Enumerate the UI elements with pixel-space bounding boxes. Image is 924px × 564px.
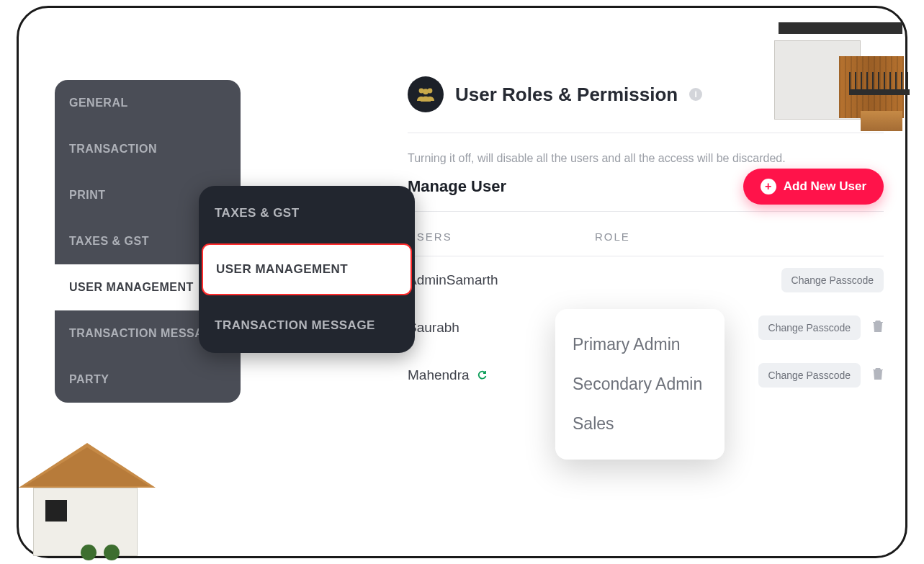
role-option-secondary-admin[interactable]: Secondary Admin bbox=[573, 364, 707, 404]
submenu-item-label: TAXES & GST bbox=[215, 206, 300, 220]
user-table-header: USERS ROLE bbox=[408, 205, 884, 256]
svg-point-2 bbox=[423, 89, 429, 94]
sidebar-item-label: PRINT bbox=[69, 189, 106, 201]
sidebar-item-label: TRANSACTION bbox=[69, 143, 157, 155]
manage-user-header: Manage User + Add New User bbox=[408, 166, 884, 205]
submenu-item-label: USER MANAGEMENT bbox=[216, 262, 348, 276]
change-passcode-button[interactable]: Change Passcode bbox=[758, 363, 861, 388]
submenu-item-user-management[interactable]: USER MANAGEMENT bbox=[202, 243, 412, 295]
change-passcode-button[interactable]: Change Passcode bbox=[781, 268, 884, 292]
user-name: AdminSamarth bbox=[408, 272, 595, 288]
sidebar-item-label: USER MANAGEMENT bbox=[69, 281, 194, 293]
sidebar-item-label: TAXES & GST bbox=[69, 235, 149, 247]
user-actions: Change Passcode bbox=[781, 268, 884, 292]
column-header-users: USERS bbox=[408, 230, 595, 243]
manage-user-title: Manage User bbox=[408, 177, 506, 196]
sidebar-item-general[interactable]: GENERAL bbox=[55, 80, 241, 126]
main-frame: GENERAL TRANSACTION PRINT TAXES & GST US… bbox=[17, 6, 907, 558]
submenu-item-taxes-gst[interactable]: TAXES & GST bbox=[199, 186, 415, 241]
user-actions: Change Passcode bbox=[758, 363, 884, 388]
settings-submenu: TAXES & GST USER MANAGEMENT TRANSACTION … bbox=[199, 186, 415, 353]
plus-icon: + bbox=[761, 179, 776, 194]
decorative-house-image bbox=[12, 426, 159, 563]
change-passcode-button[interactable]: Change Passcode bbox=[758, 315, 861, 340]
submenu-item-label: TRANSACTION MESSAGE bbox=[215, 318, 375, 332]
users-icon bbox=[408, 76, 444, 112]
submenu-item-transaction-message[interactable]: TRANSACTION MESSAGE bbox=[199, 298, 415, 353]
section-title: User Roles & Permission bbox=[455, 84, 678, 106]
sync-icon bbox=[477, 370, 487, 382]
role-dropdown: Primary Admin Secondary Admin Sales bbox=[555, 309, 725, 460]
sidebar-item-label: PARTY bbox=[69, 373, 109, 385]
user-row: AdminSamarth Change Passcode bbox=[408, 256, 884, 304]
user-actions: Change Passcode bbox=[758, 315, 884, 340]
role-option-primary-admin[interactable]: Primary Admin bbox=[573, 325, 707, 364]
decorative-house-image bbox=[768, 1, 912, 134]
delete-icon[interactable] bbox=[872, 320, 884, 336]
column-header-role: ROLE bbox=[595, 230, 884, 243]
add-user-label: Add New User bbox=[784, 179, 866, 194]
sidebar-item-label: GENERAL bbox=[69, 97, 128, 109]
add-new-user-button[interactable]: + Add New User bbox=[743, 169, 884, 205]
sidebar-item-transaction[interactable]: TRANSACTION bbox=[55, 126, 241, 172]
delete-icon[interactable] bbox=[872, 367, 884, 384]
role-option-sales[interactable]: Sales bbox=[573, 404, 707, 444]
sidebar-item-party[interactable]: PARTY bbox=[55, 357, 241, 403]
info-icon[interactable]: i bbox=[689, 88, 702, 101]
sidebar-item-label: TRANSACTION MESSAGE bbox=[69, 327, 220, 339]
